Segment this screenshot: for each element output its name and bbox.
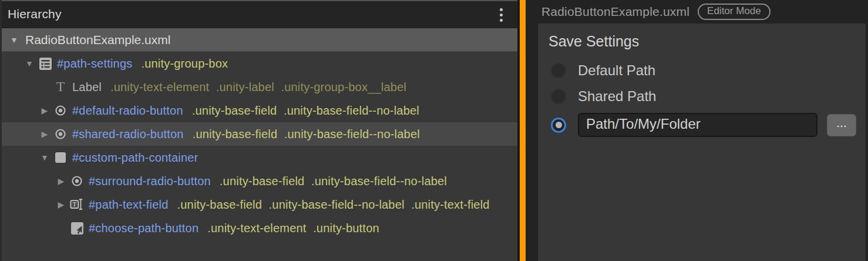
editor-mode-badge: Editor Mode <box>698 4 771 20</box>
chevron-right-icon[interactable]: ▶ <box>56 200 66 209</box>
chevron-down-icon[interactable]: ▼ <box>24 59 35 68</box>
chevron-right-icon[interactable]: ▶ <box>56 176 66 186</box>
custom-path-radio-row: ... <box>551 113 856 137</box>
radio-shared-path[interactable] <box>551 89 566 104</box>
tree-row-choose-path-button[interactable]: ▶ #choose-path-button .unity-text-elemen… <box>2 216 517 240</box>
chevron-down-icon[interactable]: ▼ <box>9 35 19 45</box>
radio-label: Shared Path <box>578 88 656 105</box>
radio-custom-path-selected[interactable] <box>551 118 566 133</box>
group-box-icon <box>38 57 52 70</box>
uxml-canvas: Save Settings Default Path Shared Path .… <box>538 24 866 261</box>
unity-ui-builder-window: Hierarchy ▼ RadioButtonExample.uxml ▼ #p… <box>0 0 868 261</box>
label-icon: T <box>53 81 68 93</box>
tree-row-label[interactable]: ▶ T Label .unity-text-element .unity-lab… <box>2 75 517 99</box>
visual-element-icon <box>53 151 68 164</box>
chevron-right-icon[interactable]: ▶ <box>39 106 50 115</box>
choose-path-button[interactable]: ... <box>827 114 856 136</box>
kebab-menu-icon[interactable] <box>494 6 508 24</box>
panel-splitter[interactable] <box>520 0 526 261</box>
tree-row-shared-radio-button[interactable]: ▶ #shared-radio-button .unity-base-field… <box>2 122 517 146</box>
button-icon <box>70 222 84 235</box>
tree-row-path-settings[interactable]: ▼ #path-settings .unity-group-box <box>2 52 517 75</box>
element-classes: .unity-group-box <box>141 57 228 71</box>
element-name: #default-radio-button <box>72 104 183 118</box>
element-name: #custom-path-container <box>72 151 199 165</box>
element-name: #path-text-field <box>89 198 169 212</box>
save-settings-label: Save Settings <box>549 33 639 50</box>
tree-row-path-text-field[interactable]: ▶ T #path-text-field .unity-base-field .… <box>2 193 517 216</box>
radio-default-path[interactable] <box>551 63 566 78</box>
tree-row-root[interactable]: ▼ RadioButtonExample.uxml <box>2 28 517 52</box>
element-classes: .unity-text-element .unity-button <box>207 222 379 235</box>
tree-row-custom-path-container[interactable]: ▼ #custom-path-container <box>2 146 517 169</box>
element-classes: .unity-text-element .unity-label .unity-… <box>110 81 406 94</box>
hierarchy-tree: ▼ #path-settings .unity-group-box ▶ T La… <box>2 52 517 240</box>
hierarchy-title: Hierarchy <box>2 7 62 21</box>
canvas-header: RadioButtonExample.uxml Editor Mode <box>541 4 771 20</box>
panel-top-border <box>2 0 517 1</box>
radio-button-icon <box>70 175 84 188</box>
element-classes: .unity-base-field .unity-base-field--no-… <box>193 128 420 141</box>
element-classes: .unity-base-field .unity-base-field--no-… <box>192 104 419 118</box>
element-name: #path-settings <box>57 57 132 71</box>
canvas-title: RadioButtonExample.uxml <box>541 5 689 19</box>
tree-row-surround-radio-button[interactable]: ▶ #surround-radio-button .unity-base-fie… <box>2 169 517 193</box>
path-text-field[interactable] <box>578 113 817 137</box>
hierarchy-panel: Hierarchy ▼ RadioButtonExample.uxml ▼ #p… <box>0 0 517 261</box>
hierarchy-header: Hierarchy <box>2 0 517 28</box>
text-field-icon: T <box>70 198 84 211</box>
default-path-radio-row: Default Path <box>551 62 655 79</box>
svg-text:T: T <box>73 201 77 208</box>
chevron-right-icon[interactable]: ▶ <box>39 129 50 139</box>
root-document-label: RadioButtonExample.uxml <box>25 33 170 47</box>
element-name: #choose-path-button <box>89 222 199 235</box>
element-name: #shared-radio-button <box>72 128 184 141</box>
viewport-panel: RadioButtonExample.uxml Editor Mode Save… <box>526 0 868 261</box>
element-name: Label <box>72 81 102 94</box>
tree-row-default-radio-button[interactable]: ▶ #default-radio-button .unity-base-fiel… <box>2 99 517 122</box>
shared-path-radio-row: Shared Path <box>551 88 656 105</box>
radio-button-icon <box>53 128 68 140</box>
chevron-down-icon[interactable]: ▼ <box>39 153 50 162</box>
element-classes: .unity-base-field .unity-base-field--no-… <box>177 198 490 212</box>
radio-dot <box>556 122 562 128</box>
element-name: #surround-radio-button <box>89 175 211 188</box>
element-classes: .unity-base-field .unity-base-field--no-… <box>220 175 447 188</box>
radio-button-icon <box>53 104 68 117</box>
radio-label: Default Path <box>578 62 655 79</box>
